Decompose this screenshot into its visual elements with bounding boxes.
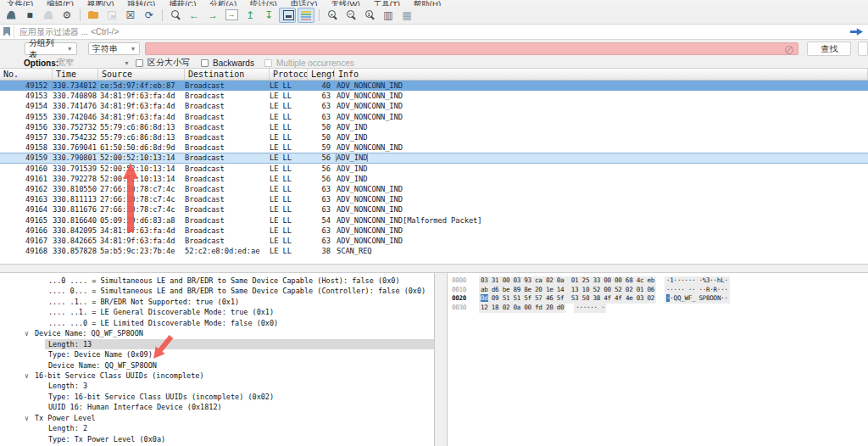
restart-capture-button[interactable]: [40, 8, 57, 23]
detail-line[interactable]: ∨Device Name: QQ_WF_SP8OON: [0, 328, 434, 338]
column-header-protocol[interactable]: Protoco: [270, 69, 308, 80]
packet-row-49166[interactable]: 49166330.84209534:81:9f:63:fa:4dBroadcas…: [0, 226, 868, 236]
selected-ascii-char[interactable]: ·: [666, 294, 670, 302]
ascii-bytes[interactable]: ··QQ_WF_ SP8OON··: [665, 294, 730, 304]
menu-item-telephony[interactable]: 电话(Y): [284, 0, 325, 6]
hex-bytes[interactable]: 03 31 00 03 93 ca 02 0a 01 25 33 00 00 6…: [479, 276, 656, 286]
packet-row-49165[interactable]: 49165330.81664005:09:29:d6:83:a8Broadcas…: [0, 215, 868, 225]
go-back-button[interactable]: ←: [186, 8, 203, 23]
detail-line[interactable]: Type: Tx Power Level (0x0a): [0, 434, 434, 444]
menu-item-statistics[interactable]: 统计(S): [243, 0, 284, 6]
packet-row-49164[interactable]: 49164330.81167627:66:30:78:c7:4cBroadcas…: [0, 204, 868, 215]
detail-line[interactable]: ...0 .... = Simultaneous LE and BR/EDR t…: [0, 276, 434, 286]
expander-icon[interactable]: ∨: [25, 329, 35, 339]
find-scope-dropdown[interactable]: 分组列表 ▼: [25, 42, 77, 55]
checkbox-icon[interactable]: [136, 59, 143, 67]
cancel-button-partial[interactable]: [858, 42, 868, 56]
hex-row-0010[interactable]: 0010ab d6 be 89 8e 20 1e 14 13 10 52 00 …: [448, 286, 868, 295]
menu-item-tools[interactable]: 工具(T): [367, 0, 407, 6]
hex-bytes[interactable]: ab d6 be 89 8e 20 1e 14 13 10 52 00 52 0…: [479, 286, 656, 295]
menu-item-capture[interactable]: 捕获(C): [162, 0, 203, 6]
packet-row-49157[interactable]: 49157330.75423255:79:c6:86:8d:13Broadcas…: [0, 132, 868, 142]
zoom-in-button[interactable]: +: [324, 8, 341, 23]
packet-row-49153[interactable]: 49153330.74089834:81:9f:63:fa:4dBroadcas…: [0, 91, 868, 101]
detail-line[interactable]: ∨Tx Power Level: [0, 413, 434, 423]
packet-row-49155[interactable]: 49155330.74204634:81:9f:63:fa:4dBroadcas…: [0, 112, 868, 122]
packet-row-49162[interactable]: 49162330.81055027:66:30:78:c7:4cBroadcas…: [0, 184, 868, 194]
detail-line[interactable]: .... ...0 = LE Limited Discoverable Mode…: [0, 318, 434, 328]
column-header-time[interactable]: Time: [53, 69, 98, 80]
column-header-no[interactable]: No.: [0, 69, 53, 80]
hex-bytes[interactable]: 12 18 02 0a 00 fd 20 d0: [479, 304, 565, 313]
start-capture-button[interactable]: [3, 8, 19, 23]
menu-item-wireless[interactable]: 无线(W): [324, 0, 366, 6]
find-button[interactable]: 查找: [807, 42, 851, 56]
reset-layout-button[interactable]: ▦: [398, 8, 415, 23]
open-file-button[interactable]: [85, 8, 102, 23]
packet-row-49167[interactable]: 49167330.84266534:81:9f:63:fa:4dBroadcas…: [0, 236, 868, 246]
column-header-length[interactable]: Lengt: [308, 69, 335, 80]
stop-capture-button[interactable]: ■: [21, 8, 38, 23]
packet-row-49168[interactable]: 49168330.8578285a:b5:9c:23:7b:4e52:c2:e8…: [0, 246, 868, 256]
display-filter-input[interactable]: 应用显示过滤器 ... <Ctrl-/>: [14, 26, 850, 38]
detail-line[interactable]: Length: 13: [45, 339, 434, 349]
reload-file-button[interactable]: ⟳: [141, 8, 158, 23]
zoom-out-button[interactable]: −: [342, 8, 359, 23]
packet-row-49158[interactable]: 49158330.76904161:50:50:d6:8d:9dBroadcas…: [0, 142, 868, 153]
expander-icon[interactable]: ∨: [25, 414, 35, 424]
packet-row-49154[interactable]: 49154330.74147634:81:9f:63:fa:4dBroadcas…: [0, 101, 868, 111]
close-file-button[interactable]: ☒: [122, 8, 139, 23]
charset-dropdown[interactable]: 宽窄 ▼: [57, 58, 130, 68]
checkbox-icon[interactable]: [201, 59, 209, 67]
menu-item-go[interactable]: 跳转(G): [120, 0, 162, 6]
detail-line[interactable]: .... 0... = Simultaneous LE and BR/EDR t…: [0, 286, 434, 296]
packet-row-49159[interactable]: 49159330.79080152:00:52:10:13:14Broadcas…: [0, 153, 868, 163]
detail-line[interactable]: Length: 3: [0, 381, 434, 391]
packet-row-49161[interactable]: 49161330.79227852:00:52:10:13:14Broadcas…: [0, 174, 868, 184]
apply-filter-icon[interactable]: [850, 28, 863, 36]
selected-byte[interactable]: 0d: [481, 294, 488, 302]
go-to-bottom-button[interactable]: ↧: [260, 8, 277, 23]
expander-icon[interactable]: ∨: [25, 371, 35, 382]
packet-row-49160[interactable]: 49160330.79153952:00:52:10:13:14Broadcas…: [0, 164, 868, 174]
detail-line[interactable]: .... .1.. = BR/EDR Not Supported: true (…: [0, 297, 434, 307]
menu-item-analyze[interactable]: 分析(A): [203, 0, 243, 6]
ascii-bytes[interactable]: ······ ·: [574, 304, 606, 313]
filter-bookmark-button[interactable]: [0, 25, 14, 39]
go-forward-button[interactable]: →: [204, 8, 221, 23]
menu-item-file[interactable]: 文件(F): [0, 0, 40, 6]
hex-row-0000[interactable]: 000003 31 00 03 93 ca 02 0a 01 25 33 00 …: [448, 276, 868, 286]
ascii-bytes[interactable]: ····· ·· ··R·R···: [665, 286, 730, 295]
zoom-reset-button[interactable]: 1: [361, 8, 378, 23]
menu-item-help[interactable]: 帮助(H): [407, 0, 448, 6]
column-header-info[interactable]: Info: [335, 69, 868, 80]
packet-row-49152[interactable]: 49152330.734012ce:5d:97:4f:eb:87Broadcas…: [0, 81, 868, 91]
detail-line[interactable]: Device Name: QQ_WF_SP8OON: [0, 360, 434, 371]
vertical-pane-splitter[interactable]: [435, 273, 448, 446]
detail-line[interactable]: ∨16-bit Service Class UUIDs (incomplete): [0, 371, 434, 381]
auto-scroll-button[interactable]: [279, 8, 296, 23]
menu-item-view[interactable]: 视图(V): [81, 0, 121, 6]
detail-line[interactable]: Type: Device Name (0x09): [0, 349, 434, 360]
go-to-top-button[interactable]: ↥: [242, 8, 259, 23]
go-to-packet-button[interactable]: →: [223, 8, 240, 23]
backwards-checkbox[interactable]: Backwards: [201, 58, 254, 68]
colorize-packets-button[interactable]: [298, 8, 314, 23]
find-search-input[interactable]: [145, 42, 798, 55]
case-sensitive-checkbox[interactable]: 区分大小写: [136, 58, 190, 68]
ascii-bytes[interactable]: ·1······ ·%3··hL·: [665, 276, 730, 286]
hex-row-0020[interactable]: 00200d 09 51 51 5f 57 46 5f 53 50 38 4f …: [448, 294, 868, 304]
save-file-button[interactable]: [103, 8, 120, 23]
packet-row-49156[interactable]: 49156330.75273255:79:c6:86:8d:13Broadcas…: [0, 122, 868, 132]
capture-options-button[interactable]: ⚙: [58, 8, 75, 23]
resize-columns-button[interactable]: ▥: [380, 8, 397, 23]
column-header-destination[interactable]: Destination: [185, 69, 270, 80]
column-header-source[interactable]: Source: [98, 69, 185, 80]
detail-line[interactable]: .... ..1. = LE General Discoverable Mode…: [0, 307, 434, 317]
detail-line[interactable]: UUID 16: Human Interface Device (0x1812): [0, 402, 434, 412]
detail-line[interactable]: Length: 2: [0, 423, 434, 433]
find-packet-button[interactable]: [167, 8, 184, 23]
packet-row-49163[interactable]: 49163330.81111327:66:30:78:c7:4cBroadcas…: [0, 194, 868, 204]
menu-item-edit[interactable]: 编辑(E): [40, 0, 81, 6]
hex-row-0030[interactable]: 003012 18 02 0a 00 fd 20 d0······ ·: [448, 304, 868, 313]
